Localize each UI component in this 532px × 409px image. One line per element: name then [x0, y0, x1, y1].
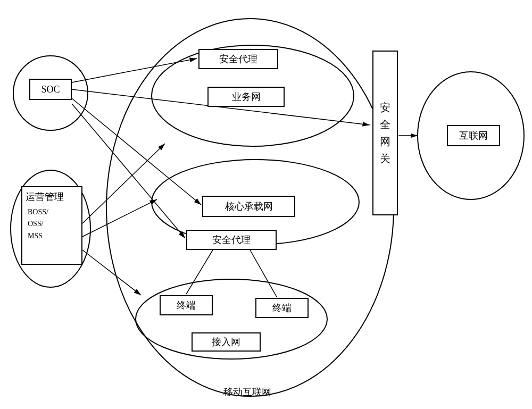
- ops-sub1: BOSS/: [28, 206, 78, 218]
- access-network-box: 接入网: [192, 332, 261, 352]
- internet-box: 互联网: [447, 125, 500, 146]
- terminal1-label: 终端: [177, 299, 196, 312]
- security-gateway-label: 安全网关: [380, 99, 390, 167]
- security-gateway-box: 安全网关: [372, 51, 398, 215]
- ops-sub2: OSS/: [28, 218, 78, 230]
- core-network-label: 核心承载网: [225, 200, 273, 213]
- ops-management-box: 运营管理 BOSS/ OSS/ MSS: [21, 186, 82, 265]
- mobile-internet-label: 移动互联网: [223, 386, 271, 398]
- security-proxy-top-box: 安全代理: [198, 49, 278, 69]
- core-network-box: 核心承载网: [202, 196, 295, 217]
- svg-line-15: [250, 250, 277, 297]
- soc-box: SOC: [29, 79, 72, 100]
- svg-line-7: [72, 59, 197, 82]
- soc-label: SOC: [41, 84, 60, 95]
- svg-line-13: [82, 250, 141, 295]
- svg-line-10: [72, 104, 185, 238]
- svg-line-11: [82, 144, 165, 223]
- security-proxy-top-label: 安全代理: [219, 53, 257, 65]
- svg-line-12: [82, 199, 157, 237]
- access-network-label: 接入网: [212, 336, 240, 348]
- terminal2-box: 终端: [255, 298, 309, 318]
- business-network-label: 业务网: [232, 90, 261, 103]
- ops-title: 运营管理: [26, 190, 78, 203]
- security-proxy-mid-box: 安全代理: [186, 230, 277, 250]
- business-network-box: 业务网: [207, 87, 285, 107]
- svg-line-14: [186, 250, 213, 294]
- ops-sub3: MSS: [28, 230, 78, 242]
- svg-line-9: [72, 98, 201, 205]
- terminal1-box: 终端: [160, 295, 213, 315]
- security-proxy-mid-label: 安全代理: [212, 233, 251, 246]
- internet-label: 互联网: [459, 129, 488, 142]
- terminal2-label: 终端: [272, 302, 292, 314]
